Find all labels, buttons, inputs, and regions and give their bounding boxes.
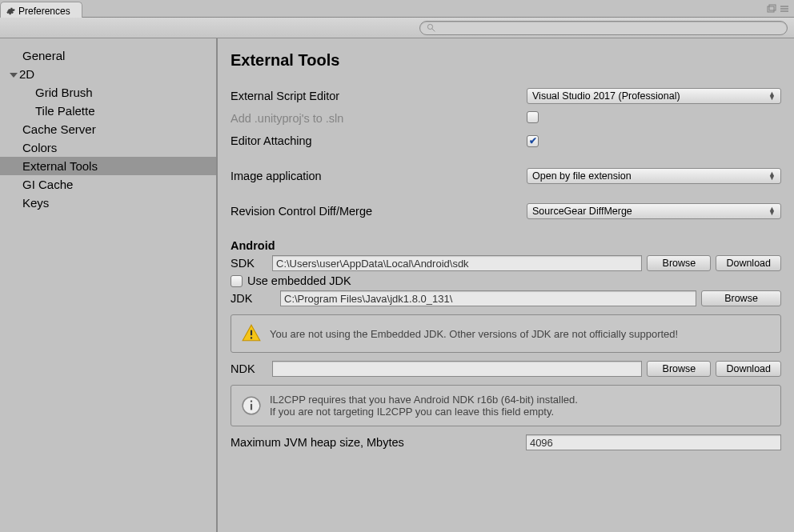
main-panel: External Tools External Script Editor Vi… xyxy=(218,38,794,532)
sidebar-item-keys[interactable]: Keys xyxy=(0,194,216,212)
tab-title: Preferences xyxy=(18,6,70,17)
sidebar-item-label: General xyxy=(22,49,65,62)
download-ndk-button[interactable]: Download xyxy=(716,361,781,377)
titlebar: Preferences xyxy=(0,0,794,18)
row-unityproj: Add .unityproj's to .sln xyxy=(231,108,781,129)
sidebar-item-label: Grid Brush xyxy=(35,86,93,99)
label-unityproj: Add .unityproj's to .sln xyxy=(231,112,527,125)
svg-point-5 xyxy=(427,24,432,29)
dropdown-rev-ctrl[interactable]: SourceGear DiffMerge ▲▼ xyxy=(527,203,781,219)
sidebar-item-grid-brush[interactable]: Grid Brush xyxy=(0,83,216,102)
sidebar-item-general[interactable]: General xyxy=(0,46,216,65)
sidebar-item-colors[interactable]: Colors xyxy=(0,138,216,157)
search-input[interactable] xyxy=(419,21,788,35)
checkbox-embedded-jdk[interactable] xyxy=(231,275,243,287)
browse-sdk-button[interactable]: Browse xyxy=(647,255,711,271)
svg-rect-8 xyxy=(251,337,252,338)
sidebar-item-external-tools[interactable]: External Tools xyxy=(0,157,216,175)
row-script-editor: External Script Editor Visual Studio 201… xyxy=(231,86,781,106)
label-embedded-jdk: Use embedded JDK xyxy=(247,274,351,287)
sidebar-item-gi-cache[interactable]: GI Cache xyxy=(0,175,216,194)
chevron-updown-icon: ▲▼ xyxy=(768,207,776,215)
sidebar-item-label: Cache Server xyxy=(22,122,96,136)
checkbox-unityproj xyxy=(527,111,539,123)
label-rev-ctrl: Revision Control Diff/Merge xyxy=(231,205,527,218)
sidebar-item-label: GI Cache xyxy=(22,178,73,191)
info-icon xyxy=(241,395,262,416)
expand-arrow-icon xyxy=(10,73,18,78)
sidebar: General 2D Grid Brush Tile Palette Cache… xyxy=(0,38,218,532)
preferences-tab[interactable]: Preferences xyxy=(0,2,82,18)
dropdown-script-editor[interactable]: Visual Studio 2017 (Professional) ▲▼ xyxy=(527,88,781,104)
download-sdk-button[interactable]: Download xyxy=(716,255,781,271)
input-ndk[interactable] xyxy=(272,361,642,377)
row-sdk: SDK Browse Download xyxy=(231,255,781,271)
input-jdk[interactable] xyxy=(280,290,696,306)
dropdown-value: Visual Studio 2017 (Professional) xyxy=(532,90,680,102)
section-android: Android xyxy=(231,239,781,252)
chevron-updown-icon: ▲▼ xyxy=(768,172,776,180)
sidebar-item-label: Tile Palette xyxy=(35,104,94,118)
sidebar-item-tile-palette[interactable]: Tile Palette xyxy=(0,102,216,120)
sidebar-item-cache-server[interactable]: Cache Server xyxy=(0,120,216,138)
sidebar-item-label: Colors xyxy=(22,141,57,154)
input-heap[interactable] xyxy=(526,434,781,450)
search-icon xyxy=(427,23,435,32)
warning-icon xyxy=(241,323,262,344)
dropdown-value: Open by file extension xyxy=(532,170,632,182)
info-ndk: IL2CPP requires that you have Android ND… xyxy=(231,385,781,426)
sidebar-item-2d[interactable]: 2D xyxy=(0,65,216,83)
label-image-app: Image application xyxy=(231,170,527,182)
sidebar-item-label: 2D xyxy=(19,67,34,81)
warning-jdk: You are not using the Embedded JDK. Othe… xyxy=(231,314,781,353)
info-text: IL2CPP requires that you have Android ND… xyxy=(270,394,578,418)
row-editor-attaching: Editor Attaching xyxy=(231,130,781,151)
row-embedded-jdk: Use embedded JDK xyxy=(231,274,781,287)
svg-rect-7 xyxy=(251,330,252,336)
dropdown-value: SourceGear DiffMerge xyxy=(532,206,632,217)
browse-ndk-button[interactable]: Browse xyxy=(647,361,711,377)
svg-rect-0 xyxy=(768,6,774,12)
label-script-editor: External Script Editor xyxy=(231,90,527,102)
page-title: External Tools xyxy=(231,51,781,70)
row-ndk: NDK Browse Download xyxy=(231,361,781,377)
toolbar xyxy=(0,18,794,38)
warning-text: You are not using the Embedded JDK. Othe… xyxy=(270,328,678,340)
sidebar-item-label: External Tools xyxy=(22,159,98,173)
label-editor-attaching: Editor Attaching xyxy=(231,134,527,147)
browse-jdk-button[interactable]: Browse xyxy=(701,290,781,306)
label-sdk: SDK xyxy=(231,257,267,270)
svg-rect-10 xyxy=(251,404,252,410)
popout-icon[interactable] xyxy=(767,4,776,14)
sidebar-item-label: Keys xyxy=(22,196,49,210)
gear-icon xyxy=(6,6,15,16)
svg-rect-1 xyxy=(769,5,776,10)
input-sdk[interactable] xyxy=(272,255,642,271)
svg-line-6 xyxy=(432,29,435,31)
row-heap: Maximum JVM heap size, Mbytes xyxy=(231,434,781,450)
dropdown-image-app[interactable]: Open by file extension ▲▼ xyxy=(527,168,781,184)
label-heap: Maximum JVM heap size, Mbytes xyxy=(231,436,526,449)
label-ndk: NDK xyxy=(231,362,267,375)
row-image-app: Image application Open by file extension… xyxy=(231,166,781,186)
window-controls xyxy=(767,0,794,17)
menu-icon[interactable] xyxy=(780,4,789,14)
row-jdk: JDK Browse xyxy=(231,290,781,306)
svg-rect-11 xyxy=(251,401,252,402)
checkbox-editor-attaching[interactable] xyxy=(527,135,539,147)
chevron-updown-icon: ▲▼ xyxy=(768,92,776,100)
label-jdk: JDK xyxy=(231,292,275,305)
row-rev-ctrl: Revision Control Diff/Merge SourceGear D… xyxy=(231,201,781,222)
